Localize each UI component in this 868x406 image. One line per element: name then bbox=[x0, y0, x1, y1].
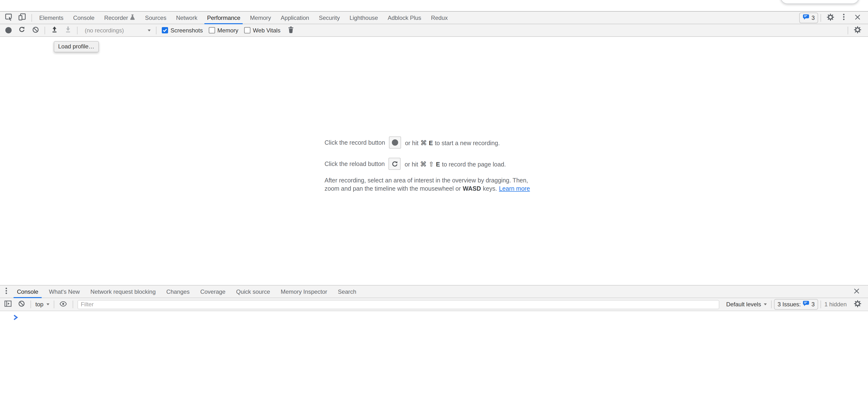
close-icon bbox=[853, 288, 860, 296]
divider bbox=[54, 301, 54, 308]
log-levels-dropdown[interactable]: Default levels bbox=[724, 301, 769, 308]
garbage-collect-button[interactable] bbox=[284, 25, 298, 36]
device-toolbar-icon bbox=[19, 13, 26, 22]
record-instruction-row: Click the record button or hit⌘Eto start… bbox=[324, 136, 544, 148]
memory-checkbox[interactable] bbox=[209, 27, 215, 33]
eye-icon bbox=[60, 301, 67, 308]
save-profile-button[interactable] bbox=[61, 25, 74, 36]
drawer-close-button[interactable] bbox=[849, 286, 863, 297]
learn-more-link[interactable]: Learn more bbox=[499, 185, 530, 192]
trash-icon bbox=[288, 26, 294, 35]
capture-settings-button[interactable] bbox=[850, 25, 864, 36]
tab-memory[interactable]: Memory bbox=[245, 11, 276, 24]
drawer-tab-memory-inspector[interactable]: Memory Inspector bbox=[275, 285, 333, 298]
tab-elements[interactable]: Elements bbox=[34, 11, 68, 24]
reload-button-example[interactable] bbox=[389, 158, 401, 170]
shift-key-icon: ⇧ bbox=[428, 161, 434, 168]
record-icon bbox=[5, 27, 11, 33]
reload-instruction-row: Click the reload button or hit⌘⇧Eto reco… bbox=[324, 158, 544, 170]
drawer-tab-whats-new[interactable]: What's New bbox=[43, 285, 85, 298]
tab-security[interactable]: Security bbox=[314, 11, 345, 24]
tab-adblock-plus[interactable]: Adblock Plus bbox=[383, 11, 426, 24]
screenshots-checkbox-group[interactable]: Screenshots bbox=[162, 27, 203, 34]
divider bbox=[771, 301, 772, 308]
device-toolbar-button[interactable] bbox=[16, 12, 29, 24]
live-expression-button[interactable] bbox=[56, 299, 70, 310]
console-issues-button[interactable]: 3 Issues: 3 bbox=[774, 299, 818, 310]
experiment-flask-icon bbox=[130, 14, 135, 22]
download-icon bbox=[65, 26, 71, 34]
performance-panel-content: Click the record button or hit⌘Eto start… bbox=[0, 37, 868, 285]
record-icon bbox=[392, 139, 398, 146]
drawer-tab-search[interactable]: Search bbox=[333, 285, 362, 298]
console-toolbar: top Default levels 3 Issues: bbox=[0, 298, 868, 311]
drawer-tab-coverage[interactable]: Coverage bbox=[195, 285, 231, 298]
console-sidebar-toggle-button[interactable] bbox=[1, 299, 14, 310]
command-key-icon: ⌘ bbox=[421, 139, 427, 146]
divider bbox=[77, 26, 78, 34]
page-content-strip bbox=[0, 0, 868, 11]
clear-console-button[interactable] bbox=[14, 299, 28, 310]
divider bbox=[44, 26, 45, 34]
drawer-tabbar: Console What's New Network request block… bbox=[0, 285, 868, 298]
issues-bubble-icon bbox=[803, 301, 810, 308]
performance-toolbar: (no recordings) Screenshots Memory bbox=[0, 24, 868, 37]
devtools-panel: Elements Console Recorder Sources Networ… bbox=[0, 11, 868, 406]
drawer-right-controls bbox=[849, 286, 868, 297]
tab-sources[interactable]: Sources bbox=[140, 11, 171, 24]
devtools-menu-button[interactable] bbox=[837, 12, 850, 24]
divider bbox=[820, 301, 821, 308]
hidden-messages-label: 1 hidden bbox=[825, 301, 847, 308]
block-icon bbox=[32, 26, 39, 35]
tab-recorder[interactable]: Recorder bbox=[99, 11, 140, 24]
gear-icon bbox=[854, 300, 861, 309]
devtools-window: Elements Console Recorder Sources Networ… bbox=[0, 0, 868, 406]
tab-application[interactable]: Application bbox=[276, 11, 314, 24]
gear-icon bbox=[827, 13, 834, 22]
recordings-dropdown[interactable]: (no recordings) bbox=[80, 27, 154, 34]
kebab-menu-icon bbox=[843, 13, 845, 22]
browser-dialog-bottom bbox=[780, 0, 859, 4]
sidebar-panel-icon bbox=[4, 301, 11, 308]
devtools-settings-button[interactable] bbox=[824, 12, 837, 24]
inspect-element-button[interactable] bbox=[2, 12, 16, 24]
reload-icon bbox=[19, 26, 25, 34]
tab-performance[interactable]: Performance bbox=[202, 11, 245, 24]
block-icon bbox=[18, 300, 25, 309]
console-prompt-chevron-icon bbox=[13, 314, 19, 322]
console-filter-input[interactable] bbox=[77, 300, 719, 309]
record-button-example[interactable] bbox=[389, 136, 401, 148]
devtools-close-button[interactable] bbox=[850, 12, 864, 24]
drawer-tab-quick-source[interactable]: Quick source bbox=[231, 285, 275, 298]
reload-and-record-button[interactable] bbox=[15, 25, 29, 36]
command-key-icon: ⌘ bbox=[420, 161, 427, 168]
issues-counter-button[interactable]: 3 bbox=[800, 12, 818, 23]
upload-icon bbox=[51, 26, 57, 34]
screenshots-checkbox[interactable] bbox=[162, 27, 168, 33]
drawer-tab-changes[interactable]: Changes bbox=[161, 285, 195, 298]
load-profile-button[interactable] bbox=[48, 25, 61, 36]
kebab-menu-icon bbox=[5, 287, 7, 296]
drawer-tab-network-request-blocking[interactable]: Network request blocking bbox=[85, 285, 161, 298]
gear-icon bbox=[854, 26, 861, 35]
divider bbox=[156, 26, 156, 34]
web-vitals-checkbox-group[interactable]: Web Vitals bbox=[244, 27, 280, 34]
web-vitals-checkbox[interactable] bbox=[244, 27, 250, 33]
execution-context-dropdown[interactable]: top bbox=[33, 301, 51, 308]
console-settings-button[interactable] bbox=[850, 299, 864, 310]
record-button[interactable] bbox=[1, 25, 15, 36]
reload-icon bbox=[392, 161, 398, 167]
usage-paragraph: After recording, select an area of inter… bbox=[324, 177, 544, 193]
memory-checkbox-group[interactable]: Memory bbox=[209, 27, 238, 34]
console-messages-area[interactable] bbox=[0, 311, 868, 406]
issues-count: 3 bbox=[812, 14, 815, 21]
tab-network[interactable]: Network bbox=[171, 11, 202, 24]
main-tabbar: Elements Console Recorder Sources Networ… bbox=[0, 11, 868, 24]
tab-redux[interactable]: Redux bbox=[426, 11, 453, 24]
clear-recording-button[interactable] bbox=[29, 25, 42, 36]
tab-lighthouse[interactable]: Lighthouse bbox=[345, 11, 383, 24]
drawer-tab-console[interactable]: Console bbox=[11, 285, 43, 298]
tab-console[interactable]: Console bbox=[68, 11, 99, 24]
drawer-menu-button[interactable] bbox=[1, 286, 11, 297]
divider bbox=[31, 14, 32, 22]
